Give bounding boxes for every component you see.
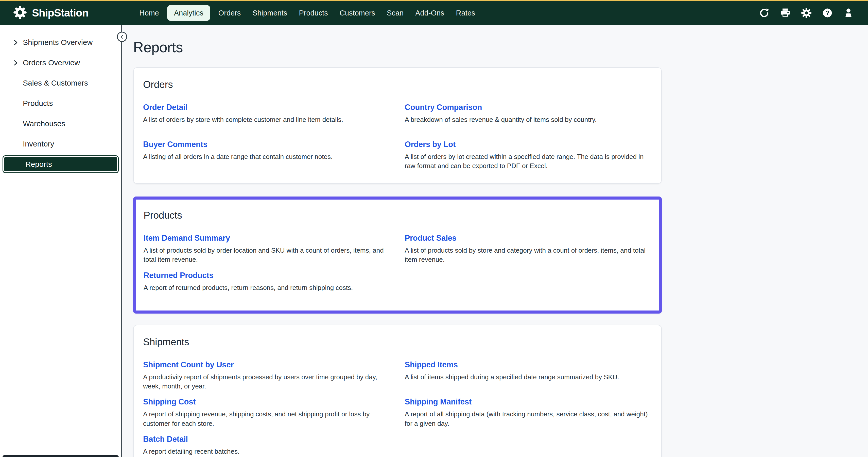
sidebar-item-label: Reports xyxy=(25,160,52,169)
shipstation-logo[interactable]: ShipStation xyxy=(13,6,88,20)
nav-item-scan[interactable]: Scan xyxy=(381,5,409,21)
report-cards: Orders Order Detail A list of orders by … xyxy=(133,67,662,457)
chevron-right-icon xyxy=(12,39,20,46)
report-description: A list of orders by lot created within a… xyxy=(405,152,652,171)
report-description: A list of orders by store with complete … xyxy=(143,115,391,124)
report-link[interactable]: Shipment Count by User xyxy=(143,360,234,369)
print-icon[interactable] xyxy=(779,7,791,19)
sidebar-item-label: Products xyxy=(23,99,53,108)
nav-item-analytics[interactable]: Analytics xyxy=(167,5,210,21)
report-grid: Item Demand Summary A list of products s… xyxy=(144,234,651,302)
settings-icon[interactable] xyxy=(801,7,812,19)
nav-item-label: Analytics xyxy=(174,9,204,17)
report-entry-returned-products: Returned Products A report of returned p… xyxy=(144,271,391,302)
chevron-right-icon xyxy=(12,100,20,107)
chevron-right-icon xyxy=(12,59,20,66)
report-description: A report detailing recent batches. xyxy=(143,447,391,456)
nav-item-add-ons[interactable]: Add-Ons xyxy=(409,5,450,21)
report-entry-item-demand-summary: Item Demand Summary A list of products s… xyxy=(144,234,391,264)
sidebar-item-label: Inventory xyxy=(23,140,54,148)
report-entry-shipment-count-by-user: Shipment Count by User A productivity re… xyxy=(143,360,391,391)
report-entry-country-comparison: Country Comparison A breakdown of sales … xyxy=(405,103,652,133)
report-link[interactable]: Shipping Manifest xyxy=(405,397,472,406)
sidebar-item-sales-customers[interactable]: Sales & Customers xyxy=(0,73,121,93)
sidebar-item-label: Warehouses xyxy=(23,119,65,128)
section-title: Orders xyxy=(143,79,652,90)
sidebar-item-inventory[interactable]: Inventory xyxy=(0,134,121,154)
report-entry-product-sales: Product Sales A list of products sold by… xyxy=(405,234,652,264)
nav-item-label: Home xyxy=(139,9,159,17)
top-navigation-bar: ShipStation HomeAnalyticsOrdersShipments… xyxy=(0,0,868,25)
topbar-action-icons: ? xyxy=(758,7,854,19)
report-description: A breakdown of sales revenue & quantity … xyxy=(405,115,652,124)
nav-item-orders[interactable]: Orders xyxy=(213,5,247,21)
nav-item-label: Shipments xyxy=(252,9,287,17)
report-description: A report of returned products, return re… xyxy=(144,283,391,292)
report-section-card-products: Products Item Demand Summary A list of p… xyxy=(133,197,662,314)
help-icon[interactable]: ? xyxy=(822,7,833,19)
report-link[interactable]: Buyer Comments xyxy=(143,140,208,149)
report-link[interactable]: Order Detail xyxy=(143,103,187,112)
report-description: A list of items shipped during a specifi… xyxy=(405,372,652,381)
report-grid: Shipment Count by User A productivity re… xyxy=(143,360,652,457)
shipstation-gear-logo-icon xyxy=(13,6,27,20)
report-description: A report of shipping revenue, shipping c… xyxy=(143,409,391,428)
report-link[interactable]: Country Comparison xyxy=(405,103,482,112)
sidebar-item-products[interactable]: Products xyxy=(0,93,121,113)
report-description: A listing of all orders in a date range … xyxy=(143,152,391,161)
report-entry-buyer-comments: Buyer Comments A listing of all orders i… xyxy=(143,140,391,171)
report-section-card-orders: Orders Order Detail A list of orders by … xyxy=(133,67,662,184)
sidebar-item-shipments-overview[interactable]: Shipments Overview xyxy=(0,32,121,53)
report-sections: Orders Order Detail A list of orders by … xyxy=(133,67,662,457)
report-entry-batch-detail: Batch Detail A report detailing recent b… xyxy=(143,435,391,457)
sidebar-bottom-peek-panel xyxy=(3,455,119,457)
report-section-card-shipments: Shipments Shipment Count by User A produ… xyxy=(133,325,662,457)
report-link[interactable]: Orders by Lot xyxy=(405,140,456,149)
nav-item-home[interactable]: Home xyxy=(133,5,165,21)
report-description: A list of products sold by order locatio… xyxy=(144,246,391,264)
nav-item-label: Products xyxy=(299,9,328,17)
nav-item-label: Scan xyxy=(387,9,404,17)
sidebar-item-orders-overview[interactable]: Orders Overview xyxy=(0,53,121,73)
nav-item-label: Rates xyxy=(456,9,475,17)
primary-nav: HomeAnalyticsOrdersShipmentsProductsCust… xyxy=(133,1,481,25)
brand-name: ShipStation xyxy=(32,7,88,19)
sidebar-item-label: Orders Overview xyxy=(23,58,80,67)
report-entry-shipping-cost: Shipping Cost A report of shipping reven… xyxy=(143,397,391,428)
nav-item-customers[interactable]: Customers xyxy=(334,5,381,21)
sidebar-item-reports[interactable]: Reports xyxy=(3,156,118,172)
report-link[interactable]: Shipped Items xyxy=(405,360,458,369)
report-link[interactable]: Returned Products xyxy=(144,271,214,280)
report-grid: Order Detail A list of orders by store w… xyxy=(143,103,652,171)
report-description: A productivity report of shipments proce… xyxy=(143,372,391,391)
nav-item-label: Add-Ons xyxy=(415,9,444,17)
chevron-right-icon xyxy=(12,120,20,127)
chevron-right-icon xyxy=(12,141,20,147)
sidebar-item-warehouses[interactable]: Warehouses xyxy=(0,113,121,134)
report-entry-shipped-items: Shipped Items A list of items shipped du… xyxy=(405,360,652,391)
chevron-left-icon xyxy=(120,34,125,39)
sidebar-item-label: Shipments Overview xyxy=(23,38,93,47)
report-link[interactable]: Product Sales xyxy=(405,234,457,243)
report-entry-shipping-manifest: Shipping Manifest A report of all shippi… xyxy=(405,397,652,428)
main-content: Reports Orders Order Detail A list of or… xyxy=(122,25,868,457)
nav-item-label: Orders xyxy=(218,9,241,17)
section-title: Products xyxy=(144,210,651,221)
report-link[interactable]: Batch Detail xyxy=(143,435,188,444)
report-link[interactable]: Shipping Cost xyxy=(143,397,195,406)
report-description: A list of products sold by store and cat… xyxy=(405,246,652,264)
app-shell: Shipments Overview Orders Overview Sales… xyxy=(0,25,868,457)
sidebar-collapse-button[interactable] xyxy=(117,32,127,42)
nav-item-shipments[interactable]: Shipments xyxy=(247,5,293,21)
nav-item-label: Customers xyxy=(340,9,375,17)
report-link[interactable]: Item Demand Summary xyxy=(144,234,230,243)
report-entry-order-detail: Order Detail A list of orders by store w… xyxy=(143,103,391,133)
sidebar-item-label: Sales & Customers xyxy=(23,79,88,87)
account-icon[interactable] xyxy=(843,7,854,19)
analytics-sidebar: Shipments Overview Orders Overview Sales… xyxy=(0,25,122,457)
nav-item-products[interactable]: Products xyxy=(293,5,334,21)
nav-item-rates[interactable]: Rates xyxy=(450,5,481,21)
chevron-right-icon xyxy=(15,161,22,168)
refresh-icon[interactable] xyxy=(758,7,770,19)
svg-text:?: ? xyxy=(826,9,830,16)
